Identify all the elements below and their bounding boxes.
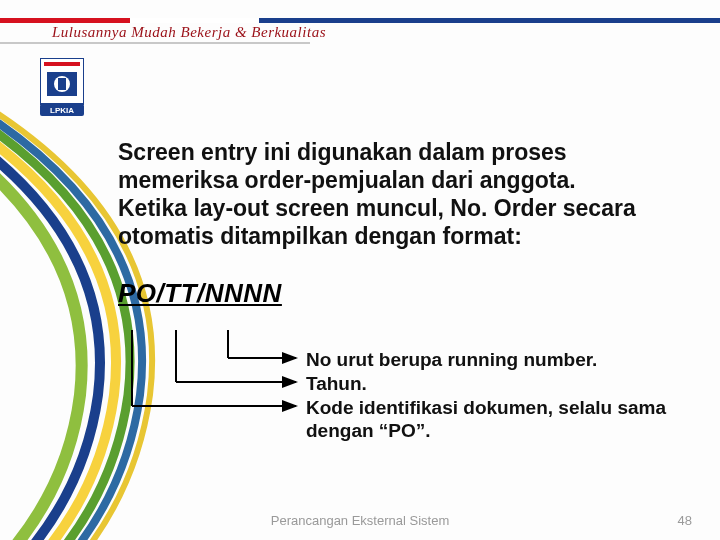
format-diagram: No urut berupa running number. Tahun. Ko…	[118, 330, 678, 474]
explanation-1: No urut berupa running number.	[306, 348, 676, 371]
tagline-underline	[0, 42, 310, 44]
footer-text: Perancangan Eksternal Sistem	[0, 513, 720, 528]
svg-rect-2	[44, 67, 80, 69]
explanation-2: Tahun.	[306, 372, 676, 395]
format-code: PO/TT/NNNN	[118, 278, 678, 309]
top-color-bar	[0, 18, 720, 23]
page-number: 48	[678, 513, 692, 528]
tagline-text: Lulusannya Mudah Bekerja & Berkualitas	[52, 24, 326, 41]
main-content: Screen entry ini digunakan dalam proses …	[118, 138, 678, 309]
explanation-3: Kode identifikasi dokumen, selalu sama d…	[306, 396, 676, 442]
institution-logo: LPKIA	[40, 58, 84, 116]
paragraph-1: Screen entry ini digunakan dalam proses …	[118, 138, 678, 194]
svg-rect-5	[58, 78, 66, 90]
logo-label: LPKIA	[50, 106, 74, 115]
svg-rect-1	[44, 62, 80, 66]
paragraph-2: Ketika lay-out screen muncul, No. Order …	[118, 194, 678, 250]
